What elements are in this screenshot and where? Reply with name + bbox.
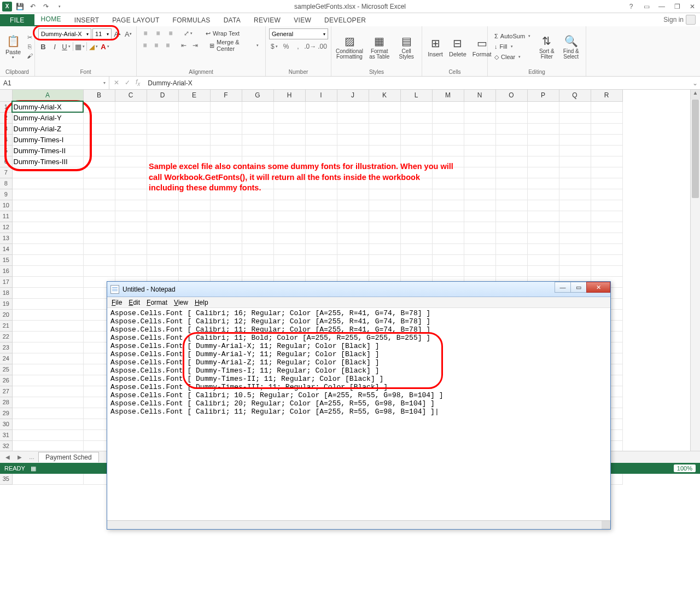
clear-button[interactable]: ◇Clear — [491, 52, 534, 62]
scroll-thumb[interactable] — [692, 100, 699, 198]
cell-G15[interactable] — [242, 254, 273, 265]
np-minimize-button[interactable]: — — [555, 282, 571, 293]
underline-button[interactable]: U — [61, 42, 71, 51]
cell-B8[interactable] — [83, 178, 115, 189]
cell-O11[interactable] — [495, 211, 527, 222]
cell-A16[interactable] — [12, 265, 83, 276]
cell-C5[interactable] — [115, 145, 147, 156]
cell-O7[interactable] — [495, 167, 527, 178]
cell-R5[interactable] — [591, 145, 622, 156]
cell-E2[interactable] — [178, 112, 210, 123]
row-header-17[interactable]: 17 — [0, 276, 12, 287]
cell-B4[interactable] — [83, 134, 115, 145]
cell-B9[interactable] — [83, 189, 115, 200]
tab-insert[interactable]: INSERT — [68, 14, 106, 26]
row-header-24[interactable]: 24 — [0, 353, 12, 364]
cell-L1[interactable] — [400, 101, 432, 112]
cell-E4[interactable] — [178, 134, 210, 145]
sort-filter-button[interactable]: ⇅Sort & Filter — [535, 32, 558, 61]
cell-P4[interactable] — [527, 134, 559, 145]
cell-B11[interactable] — [83, 211, 115, 222]
font-color-button[interactable]: A — [100, 42, 110, 51]
cell-Q13[interactable] — [559, 233, 591, 243]
cell-E11[interactable] — [178, 211, 210, 222]
cell-C14[interactable] — [115, 243, 147, 254]
format-as-table-button[interactable]: ▦ Format as Table — [366, 32, 393, 61]
cell-P7[interactable] — [527, 167, 559, 178]
cell-L2[interactable] — [400, 112, 432, 123]
cell-P8[interactable] — [527, 178, 559, 189]
cell-L11[interactable] — [400, 211, 432, 222]
cell-A17[interactable] — [12, 276, 83, 287]
cell-F4[interactable] — [210, 134, 242, 145]
cell-M16[interactable] — [432, 265, 464, 276]
cell-H2[interactable] — [273, 112, 305, 123]
row-header-14[interactable]: 14 — [0, 243, 12, 254]
cell-D1[interactable] — [147, 101, 178, 112]
cell-L5[interactable] — [400, 145, 432, 156]
cell-A3[interactable]: Dummy-Arial-Z — [12, 123, 83, 134]
cell-M2[interactable] — [432, 112, 464, 123]
col-header-D[interactable]: D — [147, 90, 178, 101]
cell-E16[interactable] — [178, 265, 210, 276]
cell-I4[interactable] — [305, 134, 337, 145]
vertical-scrollbar[interactable]: ▲ — [690, 90, 700, 451]
col-header-R[interactable]: R — [591, 90, 622, 101]
cell-A18[interactable] — [12, 287, 83, 298]
cell-J13[interactable] — [337, 233, 369, 243]
cell-Q12[interactable] — [559, 222, 591, 233]
cell-D11[interactable] — [147, 211, 178, 222]
col-header-J[interactable]: J — [337, 90, 369, 101]
cell-A11[interactable] — [12, 211, 83, 222]
cell-G10[interactable] — [242, 200, 273, 211]
qat-customize[interactable] — [54, 2, 65, 11]
cell-R4[interactable] — [591, 134, 622, 145]
row-header-8[interactable]: 8 — [0, 178, 12, 189]
cell-H12[interactable] — [273, 222, 305, 233]
cell-A19[interactable] — [12, 298, 83, 309]
row-header-31[interactable]: 31 — [0, 429, 12, 440]
cell-A9[interactable] — [12, 189, 83, 200]
cell-D5[interactable] — [147, 145, 178, 156]
row-header-10[interactable]: 10 — [0, 200, 12, 211]
cell-I2[interactable] — [305, 112, 337, 123]
cell-B3[interactable] — [83, 123, 115, 134]
cell-H5[interactable] — [273, 145, 305, 156]
np-menu-format[interactable]: Format — [147, 299, 167, 306]
cell-P5[interactable] — [527, 145, 559, 156]
fx-icon[interactable]: fx — [136, 78, 140, 87]
cell-B15[interactable] — [83, 254, 115, 265]
decrease-font-button[interactable]: A▾ — [124, 29, 133, 39]
row-header-9[interactable]: 9 — [0, 189, 12, 200]
cell-A12[interactable] — [12, 222, 83, 233]
cell-I14[interactable] — [305, 243, 337, 254]
cell-D4[interactable] — [147, 134, 178, 145]
cell-H16[interactable] — [273, 265, 305, 276]
cell-R3[interactable] — [591, 123, 622, 134]
cell-H13[interactable] — [273, 233, 305, 243]
cell-N14[interactable] — [464, 243, 495, 254]
col-header-B[interactable]: B — [83, 90, 115, 101]
cell-C10[interactable] — [115, 200, 147, 211]
cell-A21[interactable] — [12, 320, 83, 331]
cell-M5[interactable] — [432, 145, 464, 156]
cell-G11[interactable] — [242, 211, 273, 222]
cell-E3[interactable] — [178, 123, 210, 134]
cell-C13[interactable] — [115, 233, 147, 243]
col-header-Q[interactable]: Q — [559, 90, 591, 101]
row-header-2[interactable]: 2 — [0, 112, 12, 123]
cell-D10[interactable] — [147, 200, 178, 211]
macro-icon[interactable]: ▦ — [31, 465, 36, 472]
cell-R9[interactable] — [591, 189, 622, 200]
cell-H1[interactable] — [273, 101, 305, 112]
expand-formula-bar[interactable]: ⌄ — [690, 79, 700, 87]
row-header-18[interactable]: 18 — [0, 287, 12, 298]
np-maximize-button[interactable]: ▭ — [570, 282, 587, 293]
row-header-6[interactable]: 6 — [0, 156, 12, 167]
cell-A35[interactable] — [12, 473, 83, 484]
font-name-select[interactable]: Dummy-Arial-X▾ — [38, 28, 91, 39]
cell-A14[interactable] — [12, 243, 83, 254]
col-header-I[interactable]: I — [305, 90, 337, 101]
cell-H3[interactable] — [273, 123, 305, 134]
row-header-11[interactable]: 11 — [0, 211, 12, 222]
